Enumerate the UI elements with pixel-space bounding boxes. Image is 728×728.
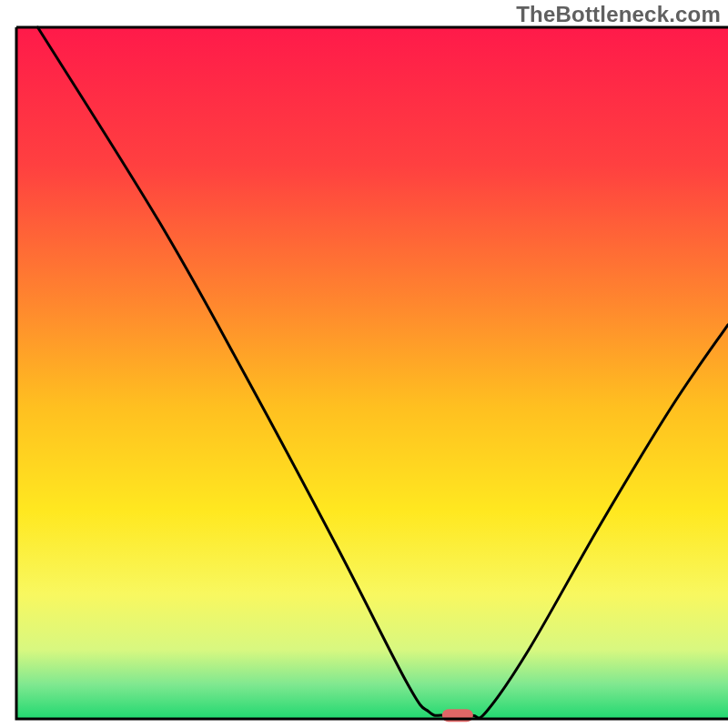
chart-container: TheBottleneck.com [0, 0, 728, 728]
watermark-text: TheBottleneck.com [516, 2, 721, 27]
bottleneck-chart [0, 0, 728, 728]
